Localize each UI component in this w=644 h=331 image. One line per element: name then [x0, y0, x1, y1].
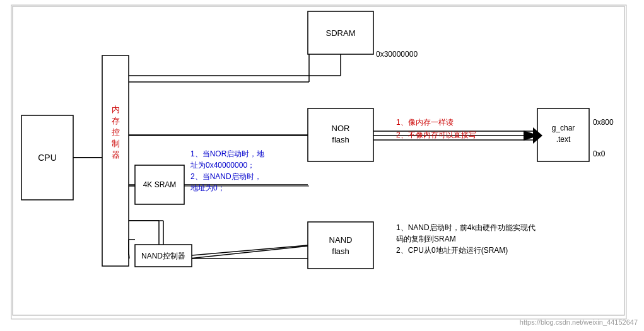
svg-rect-36	[537, 108, 589, 161]
svg-text:CPU: CPU	[38, 153, 57, 163]
svg-text:器: 器	[112, 150, 120, 160]
svg-line-12	[189, 246, 309, 258]
svg-marker-6	[524, 131, 539, 141]
svg-text:0x800: 0x800	[593, 118, 614, 127]
svg-text:SDRAM: SDRAM	[326, 28, 356, 38]
svg-rect-28	[308, 11, 373, 54]
svg-line-9	[128, 246, 129, 258]
svg-text:flash: flash	[332, 135, 349, 144]
svg-text:1、像内存一样读: 1、像内存一样读	[396, 118, 454, 127]
svg-text:NAND: NAND	[329, 235, 353, 245]
svg-text:0x0: 0x0	[593, 149, 606, 158]
svg-text:地址为0；: 地址为0；	[190, 183, 225, 192]
svg-text:码的复制到SRAM: 码的复制到SRAM	[396, 235, 456, 243]
svg-text:1、当NOR启动时，地: 1、当NOR启动时，地	[190, 149, 264, 158]
svg-line-53	[192, 245, 308, 255]
svg-text:1、NAND启动时，前4k由硬件功能实现代: 1、NAND启动时，前4k由硬件功能实现代	[396, 223, 536, 232]
svg-text:内: 内	[112, 105, 120, 114]
svg-text:NAND控制器: NAND控制器	[141, 252, 185, 260]
diagram: CPU 内 存 控 制 器 4K SRAM NAND控制器 SDRAM NOR …	[0, 0, 644, 331]
main-lines: CPU 内 存 控 制 器 4K SRAM NAND控制器 SDRAM NOR …	[0, 0, 644, 331]
svg-text:NOR: NOR	[332, 124, 350, 133]
svg-rect-26	[135, 245, 192, 267]
svg-text:控: 控	[112, 127, 120, 137]
svg-rect-15	[11, 5, 626, 319]
svg-text:0x30000000: 0x30000000	[376, 50, 418, 59]
svg-text:2、不像内存可以直接写: 2、不像内存可以直接写	[396, 131, 476, 139]
svg-text:址为0x40000000；: 址为0x40000000；	[190, 161, 255, 170]
svg-rect-30	[308, 108, 373, 161]
svg-rect-18	[102, 55, 129, 266]
watermark: https://blog.csdn.net/weixin_44152647	[520, 318, 638, 326]
svg-text:flash: flash	[332, 247, 349, 256]
connection-lines	[0, 0, 644, 331]
svg-text:制: 制	[112, 139, 120, 148]
svg-rect-33	[308, 222, 373, 269]
svg-text:.text: .text	[556, 135, 571, 144]
svg-rect-24	[135, 165, 184, 204]
svg-rect-16	[21, 115, 73, 200]
svg-text:2、当NAND启动时，: 2、当NAND启动时，	[190, 172, 262, 181]
svg-text:2、CPU从0地址开始运行(SRAM): 2、CPU从0地址开始运行(SRAM)	[396, 246, 508, 255]
svg-text:4K SRAM: 4K SRAM	[143, 180, 177, 189]
svg-text:存: 存	[112, 116, 120, 125]
svg-text:g_char: g_char	[552, 124, 575, 132]
svg-marker-46	[533, 127, 542, 144]
svg-rect-14	[13, 6, 624, 315]
